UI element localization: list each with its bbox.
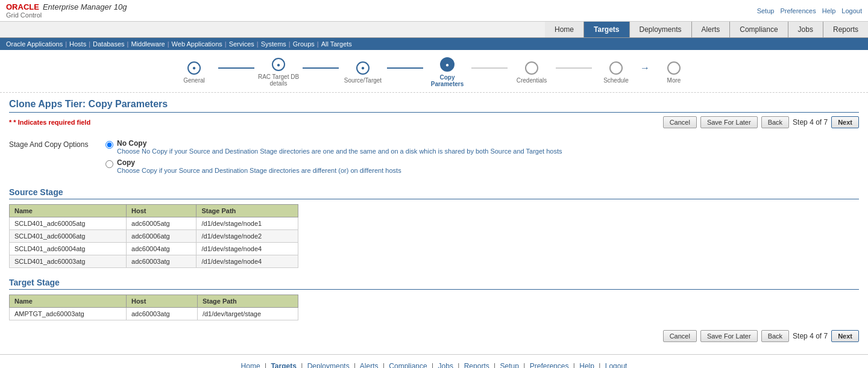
step-label-source-target: Source/Target [339,77,387,84]
footer-help[interactable]: Help [579,362,594,368]
step-connector-1 [218,67,254,69]
source-host-cell: adc60003atg [127,255,197,268]
save-for-later-button-top[interactable]: Save For Later [700,116,758,128]
save-for-later-button-bottom[interactable]: Save For Later [700,330,758,342]
next-button-top[interactable]: Next [831,116,859,128]
required-text: * Indicates required field [13,119,90,126]
target-stage-col-host: Host [126,295,197,308]
step-arrow: → [640,63,650,73]
step-schedule: Schedule [592,61,640,84]
step-general: ● General [170,61,218,84]
step-label-credentials: Credentials [508,77,556,84]
table-row: SCLD401_adc60004atgadc60004atg/d1/dev/st… [10,243,298,255]
target-path-cell: /d1/dev/target/stage [197,308,298,320]
step-circle-copy-params: ● [440,57,454,72]
table-row: SCLD401_adc60005atgadc60005atg/d1/dev/st… [10,217,298,230]
help-link[interactable]: Help [822,7,836,14]
stage-copy-options-row: Stage And Copy Options No Copy Choose No… [9,139,859,178]
sub-nav-web-apps[interactable]: Web Applications [172,40,222,48]
nav-tab-deployments[interactable]: Deployments [629,22,691,37]
sub-nav-oracle-apps[interactable]: Oracle Applications [6,40,63,48]
sub-nav-all-targets[interactable]: All Targets [321,40,352,48]
table-row: SCLD401_adc60006atgadc60006atg/d1/dev/st… [10,230,298,243]
sub-nav-groups[interactable]: Groups [293,40,315,48]
footer-compliance[interactable]: Compliance [389,362,427,368]
footer-logout[interactable]: Logout [605,362,627,368]
stage-copy-options-field: No Copy Choose No Copy if your Source an… [105,139,859,178]
sub-nav-sep-2: | [89,40,90,48]
setup-link[interactable]: Setup [757,7,775,14]
source-path-cell: /d1/dev/stage/node2 [197,230,298,243]
step-connector-2 [303,67,339,69]
nav-tab-reports[interactable]: Reports [823,22,868,37]
sub-nav-sep-5: | [225,40,227,48]
step-circle-more [667,61,681,75]
target-name-cell: AMPTGT_adc60003atg [10,308,127,320]
sub-nav-middleware[interactable]: Middleware [131,40,165,48]
sub-nav-sep-4: | [168,40,169,48]
copy-radio[interactable] [105,160,113,168]
footer-targets[interactable]: Targets [271,362,296,368]
sub-nav-services[interactable]: Services [229,40,254,48]
source-name-cell: SCLD401_adc60003atg [10,255,127,268]
step-label-general: General [170,77,218,84]
copy-desc: Choose Copy if your Source and Destinati… [117,167,401,174]
step-more: More [650,61,698,84]
footer-home[interactable]: Home [241,362,260,368]
required-note: * * Indicates required field [9,119,90,126]
footer-deployments[interactable]: Deployments [307,362,350,368]
footer-setup[interactable]: Setup [500,362,519,368]
step-label-more: More [650,77,698,84]
source-stage-col-host: Host [127,205,197,217]
footer-reports[interactable]: Reports [464,362,489,368]
target-stage-heading: Target Stage [9,278,859,290]
target-stage-col-path: Stage Path [197,295,298,308]
oracle-logo: ORACLE [6,2,39,11]
cancel-button-bottom[interactable]: Cancel [663,330,697,342]
preferences-link[interactable]: Preferences [780,7,816,14]
back-button-top[interactable]: Back [761,116,789,128]
step-container: ● General ● RAC Target DB details ● Sour… [170,57,698,87]
source-stage-col-path: Stage Path [197,205,298,217]
table-row: SCLD401_adc60003atgadc60003atg/d1/dev/st… [10,255,298,268]
footer-preferences[interactable]: Preferences [530,362,569,368]
target-host-cell: adc60003atg [126,308,197,320]
logout-link[interactable]: Logout [841,7,862,14]
source-host-cell: adc60004atg [127,243,197,255]
step-circle-schedule [609,61,623,75]
top-right-links: Setup Preferences Help Logout [757,7,862,14]
step-copy-params: ● Copy Parameters [423,57,471,87]
no-copy-option: No Copy Choose No Copy if your Source an… [105,139,859,155]
action-bar-top: Cancel Save For Later Back Step 4 of 7 N… [663,116,859,128]
next-button-bottom[interactable]: Next [831,330,859,342]
required-asterisk: * [9,119,11,126]
sub-nav-sep-1: | [65,40,67,48]
step-rac: ● RAC Target DB details [254,58,303,87]
footer-jobs[interactable]: Jobs [438,362,453,368]
source-name-cell: SCLD401_adc60006atg [10,230,127,243]
back-button-bottom[interactable]: Back [761,330,789,342]
step-label-copy-params: Copy Parameters [423,74,471,87]
stage-copy-options-label: Stage And Copy Options [9,139,105,149]
logo-area: ORACLE Enterprise Manager 10g Grid Contr… [6,2,127,19]
step-connector-5 [556,67,592,69]
no-copy-radio[interactable] [105,141,113,149]
nav-tab-targets[interactable]: Targets [583,22,629,37]
step-credentials: Credentials [508,61,556,84]
target-stage-table: Name Host Stage Path AMPTGT_adc60003atga… [9,295,298,320]
nav-tab-home[interactable]: Home [545,22,583,37]
wizard-steps: ● General ● RAC Target DB details ● Sour… [0,50,868,93]
footer-alerts[interactable]: Alerts [360,362,379,368]
step-source-target: ● Source/Target [339,61,387,84]
sub-nav-hosts[interactable]: Hosts [69,40,86,48]
sub-nav-databases[interactable]: Databases [93,40,125,48]
nav-tab-compliance[interactable]: Compliance [729,22,787,37]
sub-nav-sep-3: | [127,40,129,48]
sub-nav-systems[interactable]: Systems [261,40,286,48]
nav-tab-alerts[interactable]: Alerts [691,22,730,37]
step-connector-3 [387,67,423,69]
cancel-button-top[interactable]: Cancel [663,116,697,128]
nav-tab-jobs[interactable]: Jobs [788,22,823,37]
sub-nav-sep-7: | [289,40,291,48]
target-stage-col-name: Name [10,295,127,308]
